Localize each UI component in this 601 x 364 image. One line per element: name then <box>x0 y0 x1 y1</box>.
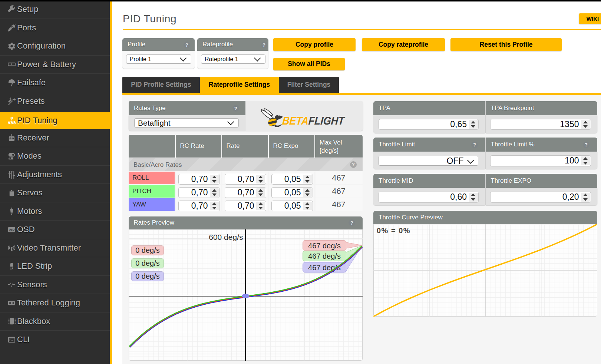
svg-text:600 deg/s: 600 deg/s <box>209 233 243 241</box>
svg-text:OSD: OSD <box>9 228 14 231</box>
svg-text:467 deg/s: 467 deg/s <box>308 252 341 260</box>
svg-text:467 deg/s: 467 deg/s <box>308 242 341 250</box>
